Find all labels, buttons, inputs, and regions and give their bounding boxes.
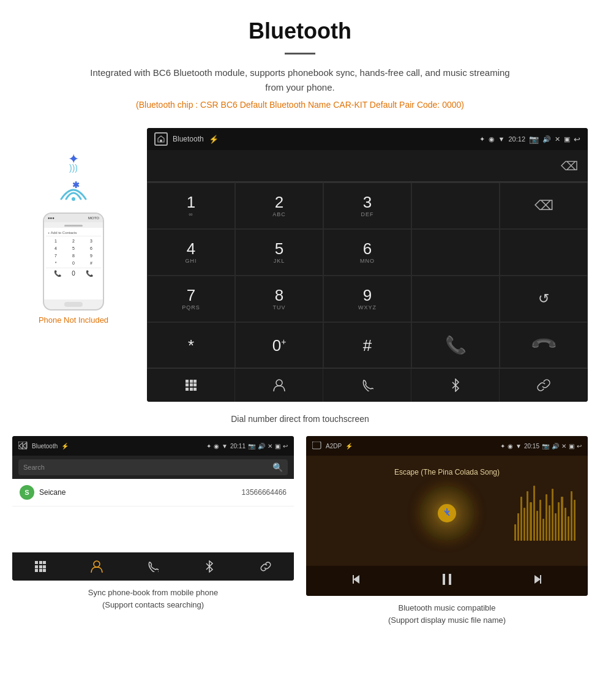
svg-rect-10 xyxy=(190,388,193,391)
dial-call-cell[interactable]: 📞 xyxy=(411,322,500,368)
dial-num-0: 0+ xyxy=(272,337,287,353)
phone-key-4: 4 xyxy=(47,245,64,252)
dial-end-cell[interactable]: 📞 xyxy=(500,322,588,368)
svg-rect-27 xyxy=(443,574,445,585)
music-scr-icon: ▣ xyxy=(569,443,574,450)
dial-key-7[interactable]: 7 PQRS xyxy=(147,276,235,322)
svg-point-0 xyxy=(72,197,75,201)
svg-rect-7 xyxy=(190,383,193,386)
dial-grid: 1 ∞ 2 ABC 3 DEF ⌫ xyxy=(147,182,588,368)
phone-end-btn: 📞 xyxy=(86,270,93,277)
dial-backspace-cell[interactable]: ⌫ xyxy=(500,183,588,229)
phone-keypad: 1 2 3 4 5 6 7 8 9 * 0 # xyxy=(46,236,101,268)
svg-rect-17 xyxy=(35,565,38,568)
dial-num-2: 2 xyxy=(275,194,283,210)
pb-loc-icon: ◉ xyxy=(214,443,219,450)
dial-empty-1 xyxy=(411,183,500,229)
dial-section: ))) ✦ ✱ ●●● MOTO + Add xyxy=(12,128,588,402)
page-title: Bluetooth xyxy=(24,18,576,44)
dial-key-hash[interactable]: # xyxy=(323,322,411,368)
music-usb-icon: ⚡ xyxy=(345,443,353,450)
dial-phone-btn[interactable] xyxy=(323,369,411,402)
call-button[interactable]: 📞 xyxy=(445,335,467,355)
pb-person-btn[interactable] xyxy=(69,556,125,577)
svg-text:✱: ✱ xyxy=(72,180,80,190)
contact-number: 13566664466 xyxy=(242,488,287,497)
dial-key-3[interactable]: 3 DEF xyxy=(323,183,411,229)
backspace-button[interactable]: ⌫ xyxy=(561,159,578,173)
phone-call-btn: 📞 xyxy=(54,270,61,277)
screen-icon: ▣ xyxy=(564,135,570,143)
dial-key-star[interactable]: * xyxy=(147,322,235,368)
dial-key-5[interactable]: 5 JKL xyxy=(235,229,323,276)
dial-key-2[interactable]: 2 ABC xyxy=(235,183,323,229)
end-button[interactable]: 📞 xyxy=(529,330,558,359)
phonebook-caption: Sync phone-book from mobile phone (Suppo… xyxy=(88,587,218,611)
dial-status-bar: Bluetooth ⚡ ✦ ◉ ▼ 20:12 📷 🔊 ✕ ▣ ↩ xyxy=(147,128,588,150)
page-description: Integrated with BC6 Bluetooth module, su… xyxy=(86,66,514,95)
music-back-icon: ↩ xyxy=(577,443,582,450)
phone-device-mock: ●●● MOTO + Add to Contacts 1 2 3 4 5 6 7 xyxy=(43,213,104,310)
dial-letters-8: TUV xyxy=(273,304,286,310)
equalizer xyxy=(514,486,576,541)
music-prev-btn[interactable] xyxy=(351,573,363,589)
pb-cam-icon: 📷 xyxy=(248,443,255,450)
dial-key-0[interactable]: 0+ xyxy=(235,322,323,368)
music-next-btn[interactable] xyxy=(531,573,543,589)
close-icon-status: ✕ xyxy=(555,135,560,143)
dial-grid-btn[interactable] xyxy=(147,369,235,402)
dial-empty-3 xyxy=(500,229,588,276)
phonebook-status-right: ✦ ◉ ▼ 20:11 📷 🔊 ✕ ▣ ↩ xyxy=(206,443,288,450)
music-app-name: A2DP xyxy=(326,443,342,450)
music-status-left: A2DP ⚡ xyxy=(312,442,353,450)
bluetooth-icon: ✦ xyxy=(479,135,485,143)
phone-not-included-label: Phone Not Included xyxy=(39,315,108,325)
phonebook-list: S Seicane 13566664466 xyxy=(12,479,294,552)
pb-grid-btn[interactable] xyxy=(12,556,69,577)
music-cam-icon: 📷 xyxy=(542,443,549,450)
pb-bt-action-btn[interactable] xyxy=(181,556,238,577)
dial-num-8: 8 xyxy=(275,287,283,303)
phone-key-hash: # xyxy=(83,260,100,266)
page-header: Bluetooth Integrated with BC6 Bluetooth … xyxy=(0,0,600,128)
divider xyxy=(285,53,315,55)
dial-redial-cell[interactable]: ↺ xyxy=(500,276,588,322)
svg-rect-30 xyxy=(540,575,541,584)
volume-icon: 🔊 xyxy=(542,135,551,143)
svg-rect-16 xyxy=(43,561,46,564)
dial-num-6: 6 xyxy=(363,241,372,257)
svg-marker-25 xyxy=(353,575,359,584)
dial-num-7: 7 xyxy=(187,287,195,303)
dial-key-6[interactable]: 6 MNO xyxy=(323,229,411,276)
music-controls xyxy=(306,566,588,596)
dial-bluetooth-btn[interactable] xyxy=(411,369,500,402)
phone-speaker xyxy=(64,225,83,227)
home-icon xyxy=(154,132,168,146)
dial-key-4[interactable]: 4 GHI xyxy=(147,229,235,276)
dial-contacts-btn[interactable] xyxy=(235,369,323,402)
dial-key-9[interactable]: 9 WXYZ xyxy=(323,276,411,322)
status-time: 20:12 xyxy=(508,135,525,143)
music-play-pause-btn[interactable] xyxy=(440,572,454,590)
svg-rect-5 xyxy=(193,380,197,383)
dial-num-5: 5 xyxy=(275,241,283,257)
music-caption-line1: Bluetooth music compatible xyxy=(399,603,496,612)
search-bar[interactable]: Search 🔍 xyxy=(18,459,288,475)
dial-link-btn[interactable] xyxy=(500,369,588,402)
status-right: ✦ ◉ ▼ 20:12 📷 🔊 ✕ ▣ ↩ xyxy=(479,135,580,144)
phone-key-7: 7 xyxy=(47,252,64,259)
svg-rect-20 xyxy=(35,569,38,572)
search-placeholder: Search xyxy=(23,464,45,471)
music-caption-line2: (Support display music file name) xyxy=(388,615,506,625)
bluetooth-specs: (Bluetooth chip : CSR BC6 Default Blueto… xyxy=(24,100,576,110)
pb-phone-btn[interactable] xyxy=(125,556,181,577)
svg-rect-2 xyxy=(160,140,162,142)
usb-icon: ⚡ xyxy=(209,135,219,144)
phone-key-2: 2 xyxy=(65,238,82,244)
dial-key-8[interactable]: 8 TUV xyxy=(235,276,323,322)
phone-illustration: ))) ✦ ✱ ●●● MOTO + Add xyxy=(12,128,135,325)
pb-link-btn[interactable] xyxy=(238,556,294,577)
dial-key-1[interactable]: 1 ∞ xyxy=(147,183,235,229)
phone-bottom-row: 📞 0 📞 xyxy=(46,268,101,279)
svg-rect-8 xyxy=(193,383,197,386)
